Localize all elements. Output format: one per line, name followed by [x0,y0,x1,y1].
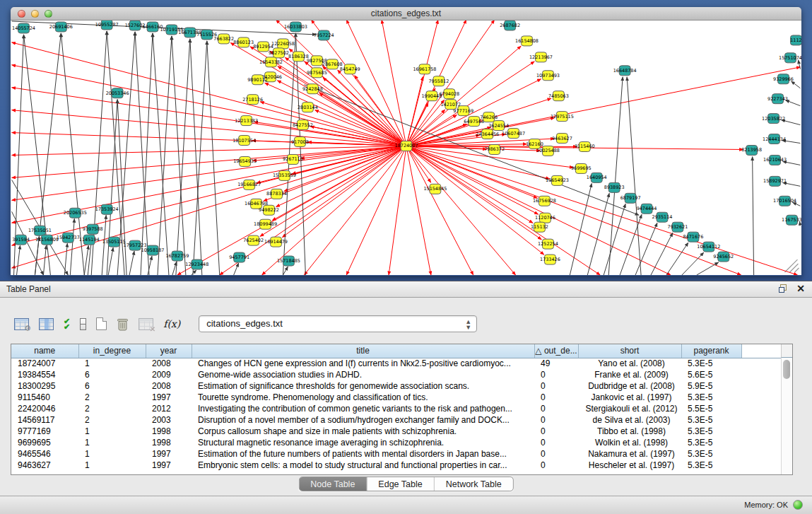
table-cell[interactable]: 5.3E-5 [681,448,741,460]
table-cell[interactable]: 9115460 [11,392,78,403]
table-cell[interactable]: Estimation of significance thresholds fo… [192,380,534,392]
table-cell[interactable]: 0 [534,380,578,392]
table-cell[interactable]: 6 [78,380,146,392]
table-cell[interactable]: 2003 [146,414,192,426]
citation-edge[interactable] [382,21,406,146]
table-cell[interactable]: 9777169 [11,426,78,437]
table-cell[interactable]: 5.3E-5 [681,426,741,437]
table-cell[interactable]: Jankovic et al. (1997) [578,392,681,403]
column-header[interactable]: name [11,344,78,358]
table-cell[interactable]: 9463627 [11,460,78,471]
network-canvas[interactable]: 1405572420691406109552871527602646616010… [11,21,801,275]
table-cell[interactable]: Investigating the contribution of common… [192,403,534,414]
citation-edge[interactable] [12,146,406,269]
table-row[interactable]: 911546021997Tourette syndrome. Phenomeno… [11,392,782,403]
table-cell[interactable]: Disruption of a novel member of a sodium… [192,414,534,426]
citation-edge[interactable] [620,214,642,275]
table-cell[interactable]: 0 [534,392,578,403]
column-header[interactable]: title [192,344,534,358]
table-cell[interactable]: Hescheler et al. (1997) [578,460,681,471]
table-cell[interactable]: 5.3E-5 [681,358,741,369]
citation-edge[interactable] [129,251,134,275]
table-cell[interactable]: 2008 [146,358,192,369]
table-cell[interactable]: 0 [534,403,578,414]
table-row[interactable]: 1938455462009Genome-wide association stu… [11,369,782,380]
table-cell[interactable]: 22420046 [11,403,78,414]
table-cell[interactable]: 0 [534,426,578,437]
citation-edge[interactable] [153,33,169,275]
citation-edge[interactable] [12,146,406,246]
table-row[interactable]: 1456911722003Disruption of a novel membe… [11,414,782,426]
table-cell[interactable]: 18724007 [11,358,78,369]
table-cell[interactable]: Changes of HCN gene expression and I(f) … [192,358,534,369]
citation-edge[interactable] [406,146,473,275]
table-cell[interactable]: 2009 [146,369,192,380]
table-cell[interactable]: Dudbridge et al. (2008) [578,380,681,392]
table-cell[interactable]: Tourette syndrome. Phenomenology and cla… [192,392,534,403]
table-cell[interactable]: 5.9E-5 [681,380,741,392]
table-cell[interactable]: 1997 [146,460,192,471]
table-cell[interactable]: 5.5E-5 [681,403,741,414]
table-cell[interactable]: 1997 [146,448,192,460]
citation-edge[interactable] [108,247,113,275]
tab-network-table[interactable]: Network Table [434,477,513,491]
citation-edge[interactable] [17,245,20,275]
close-panel-icon[interactable]: ✕ [796,284,805,293]
citation-edge[interactable] [117,100,126,275]
table-cell[interactable]: 5.3E-5 [681,460,741,471]
table-cell[interactable]: 49 [534,358,578,369]
table-row[interactable]: 1830029562008Estimation of significance … [11,380,782,392]
table-cell[interactable]: Yano et al. (2008) [578,358,681,369]
table-cell[interactable]: 0 [534,414,578,426]
citation-edge[interactable] [406,146,671,275]
citation-edge[interactable] [406,146,797,275]
citation-edge[interactable] [338,70,406,146]
citation-edge[interactable] [207,41,220,275]
table-row[interactable]: 2242004622012Investigating the contribut… [11,403,782,414]
citation-edge[interactable] [406,146,539,215]
citation-edge[interactable] [406,146,431,275]
column-header[interactable]: in_degree [78,344,146,358]
table-cell[interactable]: 1 [78,448,146,460]
table-cell[interactable]: Nakamura et al. (1997) [578,448,681,460]
table-cell[interactable]: 9465546 [11,448,78,460]
table-cell[interactable]: 1997 [146,392,192,403]
merge-rows-button[interactable] [80,318,86,330]
citation-edge[interactable] [682,252,704,275]
table-cell[interactable]: Corpus callosum shape and size in male p… [192,426,534,437]
tab-edge-table[interactable]: Edge Table [366,477,433,491]
citation-edge[interactable] [651,233,673,275]
citation-edge[interactable] [587,193,609,275]
tab-node-table[interactable]: Node Table [299,477,366,491]
citation-edge[interactable] [192,270,196,275]
citation-edge[interactable] [406,21,495,146]
citation-edge[interactable] [753,156,754,275]
column-header[interactable]: year [146,344,192,358]
table-cell[interactable]: 5.3E-5 [681,437,741,448]
table-cell[interactable]: 5.6E-5 [681,369,741,380]
citation-edge[interactable] [70,218,74,275]
table-cell[interactable]: 2 [78,403,146,414]
table-cell[interactable]: Stergiakouli et al. (2012) [578,403,681,414]
network-graph[interactable]: 1405572420691406109552871527602646616010… [11,21,801,275]
table-row[interactable]: 946554611997Estimation of the future num… [11,448,782,460]
table-settings-button[interactable]: ⚙ [14,318,29,330]
float-panel-icon[interactable] [779,284,788,293]
citation-edge[interactable] [608,77,623,275]
delete-table-button[interactable] [117,317,129,331]
minimize-window-button[interactable] [31,10,39,18]
table-cell[interactable]: 5.3E-5 [681,392,741,403]
table-cell[interactable]: 6 [78,369,146,380]
table-cell[interactable]: 2012 [146,403,192,414]
citation-edge[interactable] [627,77,641,275]
table-cell[interactable]: 1 [78,426,146,437]
network-window[interactable]: citations_edges.txt 140557242069140610 [11,7,801,276]
citation-edge[interactable] [406,146,544,255]
column-header[interactable]: short [578,344,681,358]
table-cell[interactable]: 0 [534,437,578,448]
table-cell[interactable]: Tibbo et al. (1998) [578,426,681,437]
match-checklist-button[interactable]: ✔✔ [64,318,70,329]
table-cell[interactable]: 2 [78,392,146,403]
table-row[interactable]: 969969511998Structural magnetic resonanc… [11,437,782,448]
citation-edge[interactable] [84,245,88,275]
